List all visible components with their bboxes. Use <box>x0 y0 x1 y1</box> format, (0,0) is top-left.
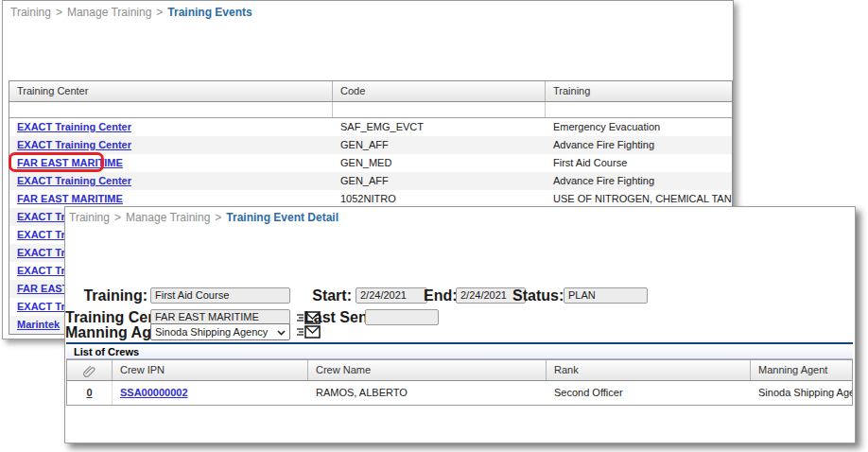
crew-section-title: List of Crews <box>74 346 139 357</box>
table-row-highlighted: FAR EAST MARITIME GEN_MED First Aid Cour… <box>9 154 732 172</box>
breadcrumb-item-manage-training[interactable]: Manage Training <box>126 211 210 224</box>
screen: Training>Manage Training>Training Events… <box>0 0 868 452</box>
column-header-attachments[interactable] <box>67 360 113 380</box>
column-header-training-center[interactable]: Training Center <box>9 81 333 101</box>
manning-agent-select[interactable]: Sinoda Shipping Agency <box>150 323 290 340</box>
training-cell: First Aid Course <box>546 154 732 172</box>
training-center-link[interactable]: EXACT Training Center <box>17 139 131 150</box>
chevron-down-icon <box>277 330 286 336</box>
training-center-link[interactable]: EXACT Training Center <box>17 175 131 186</box>
send-to-manning-agent-button[interactable] <box>297 323 321 340</box>
column-header-code[interactable]: Code <box>333 81 546 101</box>
crew-name-cell: RAMOS, ALBERTO <box>308 381 547 405</box>
code-cell: GEN_MED <box>333 154 546 172</box>
last-sent-label: Last Sent: <box>304 310 361 324</box>
training-event-detail-window: Training>Manage Training>Training Event … <box>64 206 856 443</box>
table-row: EXACT Training Center SAF_EMG_EVCT Emerg… <box>9 118 732 136</box>
filter-training[interactable] <box>546 102 732 117</box>
training-field[interactable]: First Aid Course <box>150 287 290 304</box>
send-mail-icon <box>297 323 321 340</box>
crew-row: 0 SSA00000002 RAMOS, ALBERTO Second Offi… <box>67 381 852 405</box>
attachment-count-link[interactable]: 0 <box>86 387 92 398</box>
filter-code[interactable] <box>333 102 546 117</box>
breadcrumb-item-manage-training[interactable]: Manage Training <box>67 6 151 19</box>
training-center-link[interactable]: FAR EAST MARITIME <box>17 193 123 204</box>
table-header-row: Training Center Code Training <box>9 81 732 102</box>
start-label: Start: <box>295 288 352 303</box>
breadcrumb-item-training[interactable]: Training <box>69 211 110 224</box>
filter-row <box>9 102 732 118</box>
column-header-training[interactable]: Training <box>546 81 732 101</box>
breadcrumb-item-training[interactable]: Training <box>10 6 51 19</box>
training-cell: Emergency Evacuation <box>546 118 732 136</box>
table-row: EXACT Training Center GEN_AFF Advance Fi… <box>9 172 732 190</box>
breadcrumb-current-page: Training Event Detail <box>226 211 339 224</box>
training-cell: Advance Fire Fighting <box>546 136 732 154</box>
breadcrumb: Training>Manage Training>Training Events <box>10 6 252 19</box>
breadcrumb: Training>Manage Training>Training Event … <box>69 211 339 224</box>
column-header-rank[interactable]: Rank <box>547 360 751 380</box>
breadcrumb-separator: > <box>114 211 121 224</box>
rank-cell: Second Officer <box>547 381 751 405</box>
breadcrumb-separator: > <box>156 6 163 19</box>
breadcrumb-separator: > <box>215 211 221 224</box>
code-cell: GEN_AFF <box>333 136 546 154</box>
column-header-crew-name[interactable]: Crew Name <box>308 360 547 380</box>
training-cell: Advance Fire Fighting <box>546 172 732 190</box>
training-center-link[interactable]: EXACT Training Center <box>17 121 131 132</box>
start-field[interactable]: 2/24/2021 <box>356 287 427 304</box>
status-label: Status: <box>512 288 560 303</box>
training-center-link[interactable]: FAR EAST MARITIME <box>17 157 123 168</box>
crew-ipn-link[interactable]: SSA00000002 <box>120 387 188 398</box>
manning-agent-selected-value: Sinoda Shipping Agency <box>155 326 268 338</box>
crew-section-header: List of Crews <box>66 342 853 359</box>
training-label: Training: <box>65 288 148 303</box>
column-header-manning-agent[interactable]: Manning Agent <box>751 360 852 380</box>
manning-agent-label: Manning Agent: <box>65 325 148 339</box>
crew-table-header-row: Crew IPN Crew Name Rank Manning Agent <box>67 360 852 381</box>
last-sent-field[interactable] <box>365 309 439 325</box>
breadcrumb-separator: > <box>56 6 62 19</box>
code-cell: GEN_AFF <box>333 172 546 190</box>
manning-agent-cell: Sinoda Shipping Agency <box>751 381 852 405</box>
training-center-link[interactable]: Marintek <box>17 319 60 330</box>
status-field[interactable]: PLAN <box>564 287 648 304</box>
filter-training-center[interactable] <box>9 102 333 117</box>
training-center-label: Training Center: <box>65 310 148 324</box>
table-row: EXACT Training Center GEN_AFF Advance Fi… <box>9 136 732 154</box>
paperclip-icon <box>82 363 96 377</box>
breadcrumb-current-page: Training Events <box>167 6 252 19</box>
code-cell: SAF_EMG_EVCT <box>333 118 546 136</box>
crew-table: Crew IPN Crew Name Rank Manning Agent 0 … <box>66 359 853 406</box>
end-label: End: <box>424 288 452 303</box>
column-header-crew-ipn[interactable]: Crew IPN <box>113 360 308 380</box>
